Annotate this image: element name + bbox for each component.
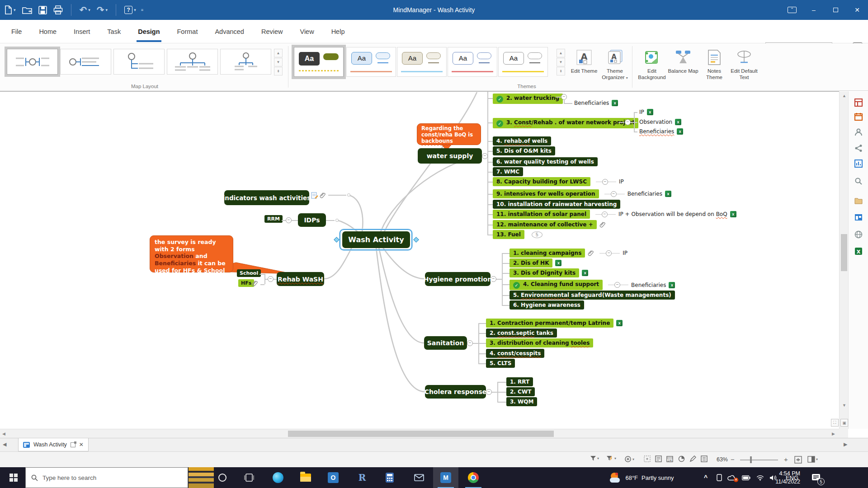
outline-icon[interactable]	[655, 455, 662, 462]
topic-rrm[interactable]: RRM	[264, 215, 283, 223]
collapse-toggle-icon[interactable]: −	[602, 211, 608, 217]
annotation-label[interactable]: Beneficiaries	[574, 100, 609, 106]
map-layout-scroll[interactable]: ▲ ▼ ⇟	[274, 49, 283, 75]
menu-tab-design[interactable]: Design	[129, 20, 168, 43]
theme-option-1-selected[interactable]: Aa	[294, 47, 344, 77]
subtopic[interactable]: 5. Environnmental safeguard(Waste manage…	[509, 291, 675, 300]
scroll-down-icon[interactable]: ▼	[274, 58, 283, 66]
topic-water-supply[interactable]: water supply	[418, 148, 482, 164]
zoom-slider-thumb[interactable]	[750, 456, 752, 463]
subtopic[interactable]: 11. installation of solar panel	[493, 210, 590, 219]
center-map-button[interactable]: ▣	[840, 419, 848, 427]
close-icon[interactable]: ✕	[846, 0, 868, 20]
tray-battery-icon[interactable]	[740, 467, 752, 488]
annotation-label[interactable]: IP	[639, 109, 644, 115]
excel-attachment-icon[interactable]: x	[582, 270, 588, 276]
central-topic-wash-activity[interactable]: Wash Activity	[342, 231, 410, 248]
subtopic[interactable]: 5. Dis of O&M kits	[493, 146, 555, 155]
collapse-toggle-icon[interactable]: −	[467, 340, 473, 346]
excel-attachment-icon[interactable]: x	[675, 119, 681, 125]
subtopic[interactable]: 4. const/cesspits	[486, 349, 544, 358]
collapse-toggle-icon[interactable]: −	[625, 119, 631, 125]
subtopic[interactable]: 7. WMC	[493, 167, 523, 176]
excel-attachment-icon[interactable]: x	[555, 260, 561, 266]
scroll-down-icon[interactable]: ▼	[557, 58, 565, 66]
ribbon-button-theme-organizer[interactable]: ATheme Organizer ▾	[599, 47, 630, 89]
tray-onedrive-error-icon[interactable]: ✕	[726, 467, 738, 488]
action-center-button[interactable]: 5	[808, 467, 824, 488]
topic-hygiene-promotion[interactable]: Hygiene promotion	[425, 272, 491, 286]
contacts-pane-icon[interactable]	[853, 126, 864, 138]
collapse-toggle-icon[interactable]: −	[268, 276, 274, 282]
theme-option-4[interactable]: Aa	[448, 47, 497, 77]
ribbon-button-balance-map[interactable]: Balance Map	[668, 47, 698, 89]
menu-tab-help[interactable]: Help	[323, 20, 354, 43]
menu-tab-insert[interactable]: Insert	[65, 20, 99, 43]
close-tab-icon[interactable]: ✕	[79, 441, 84, 448]
collapse-toggle-icon[interactable]: −	[614, 282, 620, 288]
subtopic[interactable]: 12. maintenance of collective +	[493, 220, 597, 229]
annotation-label[interactable]: IP	[619, 178, 624, 185]
themes-scroll[interactable]: ▲ ▼ ⇟	[557, 49, 565, 75]
menu-tab-format[interactable]: Format	[169, 20, 207, 43]
subtopic[interactable]: 3. Dis of Dignity kits	[509, 268, 579, 277]
start-button[interactable]	[4, 467, 24, 488]
schedule-icon[interactable]: 24	[666, 455, 673, 462]
subtopic[interactable]: 4. rehab.of wells	[493, 136, 551, 145]
annotation-label[interactable]: Beneficiaries	[639, 128, 674, 135]
fit-map-icon[interactable]	[794, 456, 802, 464]
tray-wifi-icon[interactable]	[754, 467, 766, 488]
annotation-label[interactable]: Beneficiaries	[631, 282, 666, 288]
ribbon-display-options-icon[interactable]: ⌃	[781, 0, 803, 20]
panel-layout-icon[interactable]: ▾	[807, 456, 818, 463]
menu-tab-file[interactable]: File	[3, 20, 30, 43]
float-tab-icon[interactable]	[71, 442, 75, 447]
subtopic[interactable]: 1. Contraction permanent/temp Latrine	[486, 319, 613, 328]
zoom-in-icon[interactable]: +	[784, 455, 788, 463]
subtopic[interactable]: 8. Capacity building for LWSC	[493, 177, 590, 186]
subtopic[interactable]: 9. intensives for wells operation	[493, 189, 599, 198]
scrollbar-thumb[interactable]	[288, 431, 554, 437]
taskbar-app-mail[interactable]	[406, 467, 432, 488]
taskbar-clock[interactable]: 4:54 PM 11/4/2022	[775, 467, 800, 488]
fit-map-button[interactable]: ⛶	[831, 419, 839, 427]
taskbar-app-r-app[interactable]: R	[349, 467, 375, 488]
horizontal-scrollbar[interactable]: ◀ ▶	[0, 429, 839, 438]
search-pane-icon[interactable]	[853, 175, 864, 187]
share-pane-icon[interactable]	[853, 142, 864, 154]
annotation-label[interactable]: Beneficiaries	[627, 191, 662, 197]
theme-option-3[interactable]: Aa	[397, 47, 447, 77]
callout-boq[interactable]: Regarding theconst/reha BoQ isbackbouns	[417, 123, 481, 145]
taskbar-weather[interactable]: 68°FPartly sunny	[599, 467, 685, 488]
topic-rehab-wash[interactable]: Rehab WaSH	[277, 272, 324, 286]
notes-panel-icon[interactable]	[701, 455, 708, 462]
subtopic[interactable]: 3. WQM	[506, 397, 537, 406]
expand-gallery-icon[interactable]: ⇟	[274, 67, 283, 75]
subtopic[interactable]: 5. CLTS	[486, 359, 515, 368]
excel-attachment-icon[interactable]: x	[616, 320, 623, 326]
maximize-icon[interactable]	[825, 0, 846, 20]
zoom-out-icon[interactable]: −	[731, 455, 735, 463]
tab-wash-activity[interactable]: Wash Activity ✕	[18, 438, 89, 451]
collapse-toggle-icon[interactable]: −	[286, 217, 292, 223]
filter-icon[interactable]: ▾	[590, 455, 599, 461]
subtopic[interactable]: ✓2. water trucking	[493, 94, 563, 104]
collapse-toggle-icon[interactable]: −	[611, 191, 617, 197]
subtopic[interactable]: 1. cleaning campaigns	[509, 249, 585, 258]
snap-icon[interactable]	[644, 455, 651, 462]
tab-scroll-left-icon[interactable]: ◀	[3, 441, 6, 447]
taskbar-app-cortana[interactable]	[210, 467, 235, 488]
map-canvas[interactable]: −water supply✓2. water trucking✓3. Const…	[0, 91, 839, 429]
scroll-left-icon[interactable]: ◀	[2, 432, 5, 436]
resources-icon[interactable]	[678, 455, 685, 462]
callout-survey[interactable]: the survey is ready with 2 forms Observa…	[150, 235, 233, 272]
subtopic[interactable]: 6. water quality testing of wells	[493, 157, 598, 166]
taskbar-app-calculator[interactable]	[377, 467, 402, 488]
annotation-label[interactable]: IP + Observation will be depend on BoQ	[618, 211, 727, 217]
pen-icon[interactable]	[689, 455, 696, 462]
topic-idps[interactable]: IDPs	[298, 213, 326, 227]
subtopic[interactable]: 10. installation of rainwater harvesting	[493, 200, 620, 209]
web-pane-icon[interactable]	[853, 229, 864, 240]
taskbar-app-task-view[interactable]	[236, 467, 262, 488]
menu-tab-review[interactable]: Review	[253, 20, 292, 43]
